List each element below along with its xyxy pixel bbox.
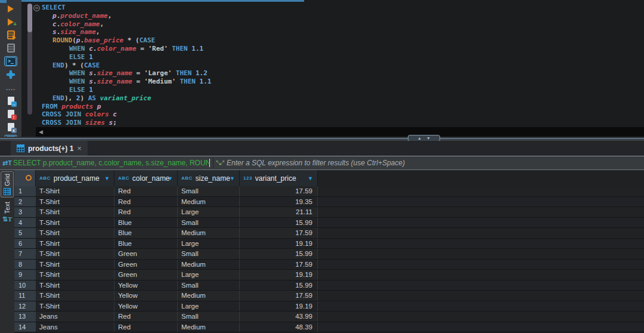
- collapse-down-icon[interactable]: ▼: [426, 136, 431, 140]
- row-number[interactable]: 13: [14, 312, 36, 322]
- view-tab-grid[interactable]: Grid: [1, 171, 14, 198]
- scrollbar-thumb[interactable]: [27, 4, 32, 32]
- table-row[interactable]: 7T-ShirtGreenSmall15.99: [14, 249, 644, 260]
- cell-size_name[interactable]: Medium: [178, 260, 240, 270]
- cell-size_name[interactable]: Medium: [178, 197, 240, 207]
- row-number[interactable]: 2: [14, 197, 36, 207]
- column-dropdown-icon[interactable]: ▼: [104, 175, 110, 181]
- cell-size_name[interactable]: Large: [178, 207, 240, 217]
- cell-product_name[interactable]: T-Shirt: [36, 301, 114, 312]
- cell-color_name[interactable]: Green: [114, 249, 178, 259]
- scroll-left-icon[interactable]: ◀: [39, 129, 43, 135]
- cell-color_name[interactable]: Red: [114, 312, 178, 322]
- cell-size_name[interactable]: Large: [178, 239, 240, 249]
- table-row[interactable]: 9T-ShirtGreenLarge19.19: [14, 270, 644, 280]
- cell-size_name[interactable]: Medium: [178, 322, 240, 332]
- cell-size_name[interactable]: Medium: [178, 291, 240, 301]
- column-dropdown-icon[interactable]: ▼: [308, 175, 313, 181]
- table-row[interactable]: 2T-ShirtRedMedium19.35: [14, 197, 644, 208]
- cell-product_name[interactable]: T-Shirt: [36, 260, 114, 270]
- cell-color_name[interactable]: Yellow: [114, 280, 178, 291]
- column-header-size_name[interactable]: ABCsize_name▼: [178, 170, 240, 186]
- row-number[interactable]: 12: [14, 301, 36, 312]
- cell-product_name[interactable]: Jeans: [36, 322, 114, 332]
- row-number[interactable]: 8: [14, 260, 36, 270]
- cell-color_name[interactable]: Yellow: [114, 291, 178, 301]
- table-row[interactable]: 3T-ShirtRedLarge21.11: [14, 207, 644, 218]
- filter-query-text[interactable]: SELECT p.product_name, c.color_name, s.s…: [13, 159, 209, 167]
- cell-size_name[interactable]: Small: [178, 218, 240, 228]
- row-number[interactable]: 10: [14, 280, 36, 291]
- cell-product_name[interactable]: T-Shirt: [36, 280, 114, 291]
- cell-color_name[interactable]: Red: [114, 197, 178, 207]
- column-dropdown-icon[interactable]: ▼: [230, 175, 235, 181]
- cell-variant_price[interactable]: 43.99: [240, 312, 318, 322]
- cell-color_name[interactable]: Blue: [114, 228, 178, 238]
- table-row[interactable]: 14JeansRedMedium48.39: [14, 322, 644, 333]
- cell-color_name[interactable]: Red: [114, 322, 178, 332]
- cell-variant_price[interactable]: 19.19: [240, 301, 318, 312]
- cell-color_name[interactable]: Green: [114, 270, 178, 280]
- cell-variant_price[interactable]: 19.19: [240, 270, 318, 280]
- overflow-dots-icon[interactable]: ....: [4, 82, 17, 92]
- row-number[interactable]: 7: [14, 249, 36, 259]
- editor-horizontal-scrollbar[interactable]: ◀: [36, 127, 644, 137]
- close-tab-icon[interactable]: ×: [77, 144, 82, 153]
- cell-product_name[interactable]: T-Shirt: [36, 218, 114, 228]
- execute-new-tab-icon[interactable]: +: [4, 17, 17, 27]
- cell-variant_price[interactable]: 17.59: [240, 291, 318, 301]
- table-row[interactable]: 11T-ShirtYellowMedium17.59: [14, 291, 644, 301]
- sql-console-icon[interactable]: >_: [4, 56, 17, 66]
- cell-variant_price[interactable]: 21.11: [240, 207, 318, 217]
- save-script-icon[interactable]: !: [4, 109, 17, 119]
- cell-product_name[interactable]: T-Shirt: [36, 186, 114, 196]
- cell-variant_price[interactable]: 19.19: [240, 239, 318, 249]
- cell-product_name[interactable]: T-Shirt: [36, 207, 114, 217]
- cell-variant_price[interactable]: 15.99: [240, 249, 318, 259]
- cell-variant_price[interactable]: 15.99: [240, 218, 318, 228]
- cell-product_name[interactable]: T-Shirt: [36, 249, 114, 259]
- cell-product_name[interactable]: T-Shirt: [36, 291, 114, 301]
- column-dropdown-icon[interactable]: ▼: [168, 175, 173, 181]
- row-number[interactable]: 9: [14, 270, 36, 280]
- explain-plan-icon[interactable]: [4, 43, 17, 53]
- sql-code[interactable]: SELECTp.product_name,c.color_name,s.size…: [42, 4, 211, 127]
- row-number[interactable]: 6: [14, 239, 36, 249]
- cell-color_name[interactable]: Red: [114, 186, 178, 196]
- cell-variant_price[interactable]: 17.59: [240, 228, 318, 238]
- cell-product_name[interactable]: T-Shirt: [36, 228, 114, 238]
- collapse-up-icon[interactable]: ▲: [417, 136, 422, 140]
- editor-vertical-scrollbar[interactable]: [27, 4, 32, 115]
- settings-gear-icon[interactable]: [4, 69, 17, 79]
- cell-variant_price[interactable]: 15.99: [240, 280, 318, 291]
- cell-color_name[interactable]: Red: [114, 207, 178, 217]
- cell-color_name[interactable]: Blue: [114, 218, 178, 228]
- results-filter-bar[interactable]: ⇄T SELECT p.product_name, c.color_name, …: [0, 156, 644, 170]
- editor-results-splitter[interactable]: ▲ ▼: [0, 137, 644, 141]
- table-row[interactable]: 13JeansRedSmall43.99: [14, 312, 644, 322]
- table-row[interactable]: 12T-ShirtYellowLarge19.19: [14, 301, 644, 312]
- row-number-header[interactable]: [14, 170, 36, 186]
- expand-filter-icon[interactable]: ⤡⤢: [216, 159, 223, 166]
- column-header-variant_price[interactable]: 123variant_price▼: [240, 170, 318, 186]
- cell-product_name[interactable]: T-Shirt: [36, 270, 114, 280]
- cell-variant_price[interactable]: 48.39: [240, 322, 318, 332]
- export-resultset-icon[interactable]: →: [4, 95, 17, 106]
- cell-size_name[interactable]: Small: [178, 249, 240, 259]
- cell-variant_price[interactable]: 17.59: [240, 186, 318, 196]
- column-header-product_name[interactable]: ABCproduct_name▼: [36, 170, 114, 186]
- results-tab-products[interactable]: products(+) 1 ×: [11, 141, 88, 156]
- row-number[interactable]: 1: [14, 186, 36, 196]
- row-number[interactable]: 3: [14, 207, 36, 217]
- cell-variant_price[interactable]: 17.59: [240, 260, 318, 270]
- table-row[interactable]: 4T-ShirtBlueSmall15.99: [14, 218, 644, 229]
- row-number[interactable]: 11: [14, 291, 36, 301]
- script-source-icon[interactable]: x: [4, 122, 17, 132]
- table-row[interactable]: 8T-ShirtGreenMedium17.59: [14, 260, 644, 270]
- cell-color_name[interactable]: Yellow: [114, 301, 178, 312]
- cell-product_name[interactable]: T-Shirt: [36, 197, 114, 207]
- cell-size_name[interactable]: Medium: [178, 228, 240, 238]
- cell-size_name[interactable]: Small: [178, 280, 240, 291]
- cell-color_name[interactable]: Green: [114, 260, 178, 270]
- cell-size_name[interactable]: Small: [178, 312, 240, 322]
